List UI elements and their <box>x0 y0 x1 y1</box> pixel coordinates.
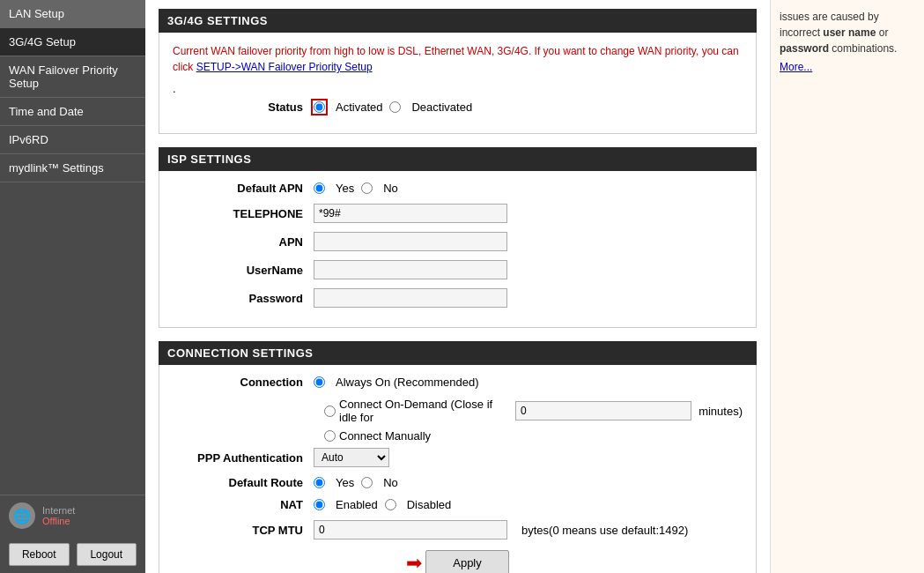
section-connection-body: Connection Always On (Recommended) Conne… <box>159 365 757 573</box>
route-yes-label[interactable]: Yes <box>336 476 354 489</box>
route-no-radio[interactable] <box>361 477 373 488</box>
apn-yes-radio[interactable] <box>314 182 325 194</box>
sidebar-item-time-date[interactable]: Time and Date <box>0 98 145 126</box>
nat-disabled-radio[interactable] <box>385 499 396 510</box>
activated-label[interactable]: Activated <box>336 100 382 114</box>
apn-no-radio[interactable] <box>361 182 373 194</box>
reboot-button[interactable]: Reboot <box>9 543 70 566</box>
password-bold: password <box>780 42 829 55</box>
password-label: Password <box>173 292 314 305</box>
right-panel: issues are caused by incorrect user name… <box>770 0 924 573</box>
default-route-label: Default Route <box>173 476 314 489</box>
sidebar-item-mydlink[interactable]: mydlink™ Settings <box>0 154 145 182</box>
minutes-label: minutes) <box>699 405 743 418</box>
username-input[interactable] <box>314 260 507 279</box>
ppp-select[interactable]: Auto PAP CHAP MS-CHAP <box>314 448 389 467</box>
nat-row: NAT Enabled Disabled <box>173 498 743 511</box>
failover-priority-link[interactable]: SETUP->WAN Failover Priority Setup <box>196 61 373 73</box>
info-text: Current WAN failover priority from high … <box>173 43 743 75</box>
nat-enabled-radio[interactable] <box>314 499 325 510</box>
ppp-label: PPP Authentication <box>173 451 314 465</box>
conn-always-on-label[interactable]: Always On (Recommended) <box>336 376 479 389</box>
idle-input[interactable] <box>515 401 691 420</box>
section-isp-header: ISP SETTINGS <box>159 147 757 171</box>
conn-demand-row: Connect On-Demand (Close if idle for min… <box>173 398 743 424</box>
nat-enabled-label[interactable]: Enabled <box>336 498 378 511</box>
more-link[interactable]: More... <box>780 61 915 73</box>
username-label: UserName <box>173 264 314 277</box>
connection-row: Connection Always On (Recommended) <box>173 376 743 389</box>
internet-status: 🌐 Internet Offline <box>0 495 145 536</box>
right-panel-text: issues are caused by incorrect user name… <box>780 9 915 56</box>
telephone-input[interactable] <box>314 204 507 223</box>
conn-manual-label[interactable]: Connect Manually <box>339 429 431 443</box>
section-isp: ISP SETTINGS Default APN Yes No TELEPHON… <box>159 147 757 328</box>
sidebar-item-3g4g-setup[interactable]: 3G/4G Setup <box>0 28 145 56</box>
section-3g4g: 3G/4G SETTINGS Current WAN failover prio… <box>159 9 757 134</box>
apply-button[interactable]: Apply <box>425 550 509 573</box>
default-route-row: Default Route Yes No <box>173 476 743 489</box>
connection-label: Connection <box>173 376 314 389</box>
apn-input[interactable] <box>314 232 507 251</box>
tcp-mtu-input[interactable] <box>314 520 507 540</box>
username-row: UserName <box>173 260 743 279</box>
conn-demand-label[interactable]: Connect On-Demand (Close if idle for <box>339 398 512 424</box>
deactivated-radio[interactable] <box>389 101 401 113</box>
conn-manual-radio[interactable] <box>324 430 336 442</box>
deactivated-label[interactable]: Deactivated <box>411 100 472 114</box>
internet-icon: 🌐 <box>9 502 35 529</box>
tcp-mtu-label: TCP MTU <box>173 524 314 537</box>
tcp-mtu-row: TCP MTU bytes(0 means use default:1492) <box>173 520 743 540</box>
tcp-mtu-suffix: bytes(0 means use default:1492) <box>521 524 688 537</box>
apn-label: APN <box>173 235 314 249</box>
password-row: Password <box>173 288 743 308</box>
sidebar-item-ipv6rd[interactable]: IPv6RD <box>0 126 145 154</box>
section-isp-body: Default APN Yes No TELEPHONE <box>159 171 757 328</box>
sidebar-item-wan-failover[interactable]: WAN Failover Priority Setup <box>0 56 145 98</box>
telephone-row: TELEPHONE <box>173 204 743 223</box>
section-connection: CONNECTION SETTINGS Connection Always On… <box>159 341 757 573</box>
logout-button[interactable]: Logout <box>77 543 137 566</box>
activated-radio[interactable] <box>314 101 325 113</box>
apply-row: ➡ Apply <box>173 550 743 573</box>
sidebar-buttons: Reboot Logout <box>0 536 145 573</box>
sidebar-item-lan-setup[interactable]: LAN Setup <box>0 0 145 28</box>
apn-yes-label[interactable]: Yes <box>336 182 354 195</box>
password-input[interactable] <box>314 288 507 308</box>
route-no-label[interactable]: No <box>383 476 398 489</box>
sidebar: LAN Setup 3G/4G Setup WAN Failover Prior… <box>0 0 145 573</box>
section-3g4g-header: 3G/4G SETTINGS <box>159 9 757 33</box>
username-bold: user name <box>823 26 876 39</box>
section-3g4g-body: Current WAN failover priority from high … <box>159 33 757 134</box>
status-label: Status <box>173 100 314 114</box>
nat-disabled-label[interactable]: Disabled <box>407 498 452 511</box>
apn-no-label[interactable]: No <box>383 182 398 195</box>
main-content: 3G/4G SETTINGS Current WAN failover prio… <box>145 0 770 573</box>
conn-manual-row: Connect Manually <box>173 429 743 443</box>
conn-always-on-radio[interactable] <box>314 376 325 388</box>
section-connection-header: CONNECTION SETTINGS <box>159 341 757 365</box>
default-apn-label: Default APN <box>173 182 314 195</box>
apn-row: APN <box>173 232 743 251</box>
status-row: Status Activated Deactivated <box>173 100 743 114</box>
default-apn-row: Default APN Yes No <box>173 182 743 195</box>
status-value: Activated Deactivated <box>314 100 472 114</box>
route-yes-radio[interactable] <box>314 477 325 488</box>
nat-label: NAT <box>173 498 314 511</box>
telephone-label: TELEPHONE <box>173 207 314 220</box>
apply-arrow-icon: ➡ <box>406 552 422 574</box>
ppp-row: PPP Authentication Auto PAP CHAP MS-CHAP <box>173 448 743 467</box>
conn-demand-radio[interactable] <box>324 406 336 417</box>
